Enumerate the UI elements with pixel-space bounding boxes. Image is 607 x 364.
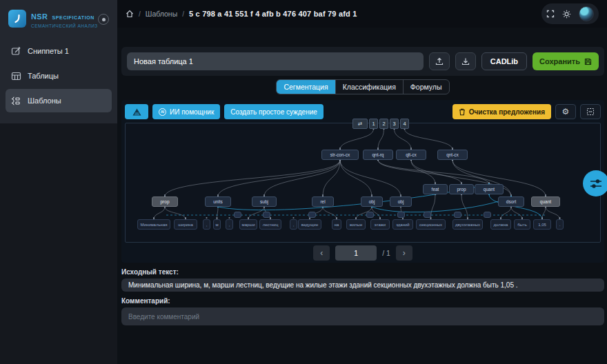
graph-settings-fab[interactable] [583,170,607,196]
templates-icon [11,96,21,106]
tab-formulas[interactable]: Формулы [404,80,449,94]
upload-icon [435,57,444,65]
triangle-icon [132,108,141,116]
graph-word-node[interactable]: секционных [416,219,446,230]
graph-tag-node[interactable]: str-con-cx [321,150,359,160]
breadcrumb-root[interactable]: Шаблоны [146,10,177,18]
logo-icon [8,10,26,28]
header: / Шаблоны / 5 c 798 a 41 551 f 4 afb b 4… [117,0,607,28]
save-button[interactable]: Сохранить [533,52,599,70]
graph-tag-node[interactable]: qnt-cx [437,150,468,160]
graph-word-node[interactable]: жилые [346,219,366,230]
logo-title: NSR [31,12,48,21]
fit-selection-button[interactable] [580,104,601,119]
graph-word-node[interactable]: , [203,219,210,230]
graph-word-node[interactable]: . [556,219,564,230]
ai-icon: AI [159,108,166,116]
graph-toolbar-button[interactable]: ⇄ [352,119,368,129]
save-icon [584,58,592,65]
graph-toolbar-button[interactable]: 1 [369,119,378,129]
upload-button[interactable] [429,52,450,70]
clear-sentence-button[interactable]: Очистка предложения [452,104,551,119]
graph-word-node[interactable]: должна [490,219,511,230]
graph-tag-node[interactable]: quant [475,184,504,194]
graph-word-node[interactable]: лестниц [259,219,281,230]
gear-icon: ⚙ [562,108,570,116]
tab-segmentation[interactable]: Сегментация [277,80,335,94]
graph-toolbar: AI ИИ помощник Создать простое суждение … [125,103,601,120]
graph-connector-node [366,212,374,218]
breadcrumb-current-id: 5 c 798 a 41 551 f 4 afb b 476 407 baf 7… [189,10,357,18]
graph-tag-node[interactable]: qlt-cx [396,150,426,160]
graph-word-node[interactable]: марши [239,219,257,230]
ai-assistant-label: ИИ помощник [170,108,214,116]
hierarchy-button[interactable] [125,104,148,119]
cadlib-button[interactable]: CADLib [481,52,527,70]
table-name-panel: CADLib Сохранить [121,47,604,76]
graph-connector-node [263,212,270,218]
graph-word-node[interactable]: ведущие [298,219,321,230]
graph-tag-node[interactable]: quant [531,196,560,207]
graph-word-node[interactable]: Минимальная [137,219,170,230]
graph-tag-node[interactable]: obj [390,196,412,207]
graph-word-node[interactable]: ширина [174,219,197,230]
create-judgment-button[interactable]: Создать простое суждение [224,104,324,119]
graph-toolbar-button[interactable]: 3 [390,119,399,129]
sidebar-item-templates[interactable]: Шаблоны [6,89,112,112]
comment-input[interactable] [121,307,604,325]
graph-toolbar-button[interactable]: 4 [400,119,409,129]
graph-tag-node[interactable]: qnt-rq [363,150,393,160]
theme-toggle-icon[interactable] [562,10,571,19]
create-judgment-label: Создать простое суждение [230,108,317,116]
header-actions [541,3,599,24]
user-avatar[interactable] [579,6,594,21]
graph-word-node[interactable]: этажи [370,219,390,230]
settings-button[interactable]: ⚙ [555,104,576,119]
graph-word-node[interactable]: 1,05 [533,219,551,230]
graph-word-node[interactable]: , [290,219,297,230]
page-total: / 1 [382,249,390,257]
page-input[interactable] [335,245,377,261]
source-text-label: Исходный текст: [121,268,604,276]
breadcrumb-separator: / [139,10,141,18]
download-button[interactable] [455,52,476,70]
sidebar-item-label: Шаблоны [28,97,61,105]
graph-word-node[interactable]: зданий [392,219,413,230]
snippets-icon [11,46,21,57]
graph-canvas[interactable]: ⇄1234str-con-cxqnt-rqqlt-cxqnt-cxfeatpro… [125,123,601,243]
graph-tag-node[interactable]: obj [361,196,383,207]
tab-classification[interactable]: Классификация [336,80,404,94]
graph-tag-node[interactable]: subj [252,196,277,207]
table-name-input[interactable] [127,52,424,70]
graph-word-node[interactable]: , [226,219,233,230]
next-page-button[interactable]: › [396,245,412,261]
download-icon [461,57,470,65]
sidebar-item-snippets[interactable]: Сниппеты 1 [6,39,112,63]
clear-sentence-label: Очистка предложения [469,108,545,116]
graph-tag-node[interactable]: units [205,196,231,207]
graph-word-node[interactable]: быть [514,219,530,230]
graph-connector-node [308,212,316,218]
graph-tag-node[interactable]: feat [423,184,448,194]
main-content: CADLib Сохранить Сегментация Классификац… [117,28,607,364]
graph-connector-node [454,212,461,218]
graph-word-node[interactable]: двухэтажных [452,219,483,230]
breadcrumb-separator: / [182,10,184,18]
graph-tag-node[interactable]: prop [449,184,474,194]
fullscreen-icon[interactable] [546,10,555,18]
graph-tag-node[interactable]: prop [152,196,178,207]
home-icon[interactable] [126,10,134,18]
graph-word-node[interactable]: на [332,219,341,230]
prev-page-button[interactable]: ‹ [313,245,330,261]
sidebar-collapse-button[interactable] [98,14,109,25]
source-text-value: Минимальная ширина, м, марши лестниц, ве… [121,279,604,292]
graph-word-node[interactable]: м [213,219,221,230]
logo-title2: SPECIFICATION [52,15,94,20]
graph-tag-node[interactable]: dsort [498,196,524,207]
ai-assistant-button[interactable]: AI ИИ помощник [152,104,220,119]
sidebar-nav: Сниппеты 1 Таблицы Шаблоны [0,38,117,114]
sliders-icon [590,179,602,189]
graph-toolbar-button[interactable]: 2 [379,119,388,129]
graph-tag-node[interactable]: rel [312,196,334,207]
sidebar-item-tables[interactable]: Таблицы [6,64,112,88]
